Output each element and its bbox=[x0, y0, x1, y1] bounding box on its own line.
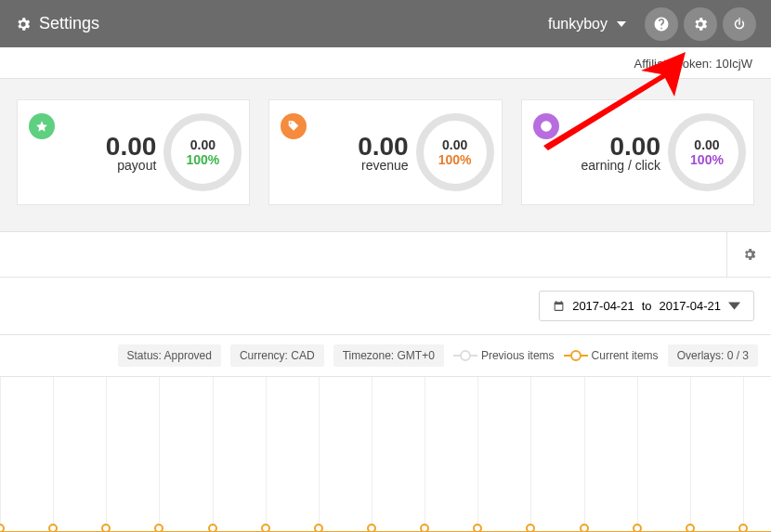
legend-prev-label: Previous items bbox=[481, 349, 555, 362]
token-label: Affiliate Token: bbox=[634, 57, 716, 71]
page-title-text: Settings bbox=[39, 14, 99, 33]
date-from: 2017-04-21 bbox=[572, 299, 634, 313]
affiliate-token: Affiliate Token: 10IcjW bbox=[0, 47, 771, 78]
payout-ring-value: 0.00 bbox=[190, 137, 216, 152]
user-menu[interactable]: funkyboy bbox=[548, 16, 626, 32]
token-value: 10IcjW bbox=[715, 57, 752, 71]
epc-ring-value: 0.00 bbox=[694, 137, 719, 152]
caret-down-icon bbox=[617, 21, 626, 27]
chart-point bbox=[686, 524, 695, 532]
legend-curr-label: Current items bbox=[592, 349, 659, 362]
gear-icon bbox=[692, 16, 709, 32]
epc-ring-pct: 100% bbox=[690, 152, 724, 167]
date-to: 2017-04-21 bbox=[660, 299, 722, 313]
legend-previous[interactable]: Previous items bbox=[453, 349, 555, 362]
chart-point bbox=[738, 524, 748, 532]
chart-point bbox=[101, 524, 111, 532]
stat-card-epc: 0.00 earning / click 0.00 100% bbox=[521, 99, 754, 205]
caret-down-icon bbox=[728, 300, 740, 312]
chart-point bbox=[580, 524, 589, 532]
date-joiner: to bbox=[642, 299, 652, 313]
settings-button[interactable] bbox=[684, 7, 717, 41]
stat-card-payout: 0.00 payout 0.00 100% bbox=[17, 99, 250, 205]
chart-point bbox=[526, 524, 535, 532]
gear-icon bbox=[15, 16, 32, 32]
page-title: Settings bbox=[15, 14, 99, 33]
chart-point bbox=[314, 524, 323, 532]
stats-row: 0.00 payout 0.00 100% 0.00 revenue 0.00 … bbox=[0, 78, 771, 232]
date-range-button[interactable]: 2017-04-21 to 2017-04-21 bbox=[539, 291, 754, 321]
chart-point bbox=[473, 524, 482, 532]
calendar-icon bbox=[553, 300, 565, 312]
username: funkyboy bbox=[548, 16, 608, 32]
chart-point bbox=[154, 524, 163, 532]
filter-status[interactable]: Status: Approved bbox=[118, 344, 221, 367]
chart-point bbox=[261, 524, 270, 532]
filter-currency[interactable]: Currency: CAD bbox=[230, 344, 324, 367]
filter-overlays[interactable]: Overlays: 0 / 3 bbox=[668, 344, 758, 367]
revenue-ring-pct: 100% bbox=[438, 152, 472, 167]
power-icon bbox=[731, 16, 748, 32]
epc-ring: 0.00 100% bbox=[668, 113, 746, 191]
chart-header bbox=[0, 232, 771, 278]
gear-icon bbox=[742, 247, 757, 262]
chart-settings-button[interactable] bbox=[726, 232, 771, 277]
revenue-ring: 0.00 100% bbox=[416, 113, 494, 191]
epc-label: earning / click bbox=[535, 158, 660, 173]
payout-ring: 0.00 100% bbox=[163, 113, 242, 191]
chart-point bbox=[367, 524, 376, 532]
chart-point bbox=[208, 524, 217, 532]
stat-card-revenue: 0.00 revenue 0.00 100% bbox=[268, 99, 502, 205]
payout-label: payout bbox=[31, 158, 156, 173]
chart-point bbox=[420, 524, 429, 532]
stats-icon bbox=[533, 113, 559, 139]
filter-timezone[interactable]: Timezone: GMT+0 bbox=[333, 344, 444, 367]
legend-current[interactable]: Current items bbox=[564, 349, 659, 362]
help-button[interactable] bbox=[645, 7, 678, 41]
chart-point bbox=[48, 524, 58, 532]
chart-area: 11:0013:0015:0017:0019:0021:0023:00 bbox=[0, 377, 771, 532]
power-button[interactable] bbox=[723, 7, 756, 41]
payout-ring-pct: 100% bbox=[186, 152, 219, 167]
revenue-ring-value: 0.00 bbox=[442, 137, 467, 152]
star-icon bbox=[29, 113, 55, 139]
revenue-label: revenue bbox=[282, 158, 408, 173]
chart-point bbox=[633, 524, 642, 532]
filters-row: Status: Approved Currency: CAD Timezone:… bbox=[0, 334, 771, 377]
question-icon bbox=[653, 16, 670, 32]
